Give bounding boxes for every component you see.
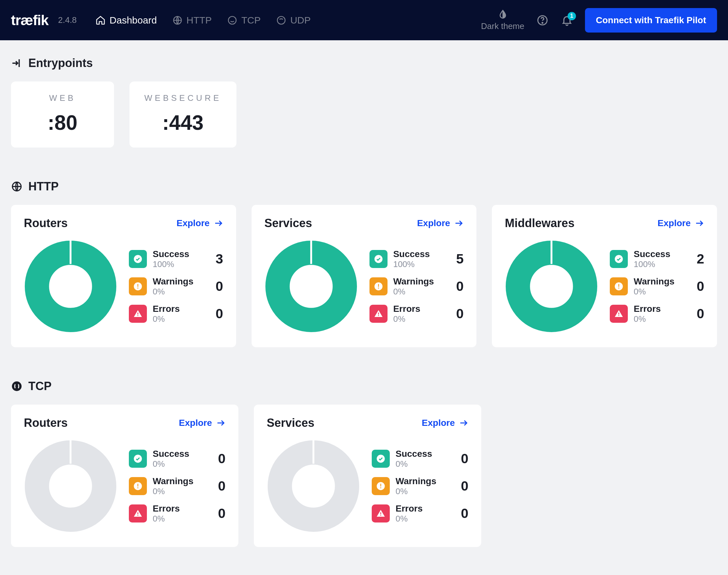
svg-rect-12 [138,312,139,314]
warning-icon [129,277,147,295]
tcp-title: TCP [28,379,51,393]
explore-label: Explore [422,418,455,428]
success-pct: 100% [153,259,205,269]
stat-card: Routers Explore Success 100% 3 [11,205,236,347]
droplet-icon [497,9,508,20]
notifications-button[interactable]: 1 [560,14,574,27]
http-cards-row: Routers Explore Success 100% 3 [11,205,717,347]
warnings-label: Warnings [395,476,450,486]
card-title: Services [267,416,314,430]
warnings-label: Warnings [153,476,207,486]
entrypoint-port: :443 [144,111,221,135]
entrypoints-icon [11,57,23,69]
errors-count: 0 [213,506,226,521]
errors-pct: 0% [395,514,450,524]
svg-rect-38 [138,515,139,516]
warnings-count: 0 [210,279,223,294]
nav-udp[interactable]: UDP [276,15,311,26]
success-count: 0 [213,451,226,467]
nav-http[interactable]: HTTP [172,15,212,26]
success-label: Success [393,249,445,259]
errors-pct: 0% [153,314,205,324]
error-icon [370,305,387,323]
errors-pct: 0% [153,514,207,524]
notifications-badge: 1 [567,12,576,20]
warnings-pct: 0% [393,287,445,297]
explore-link[interactable]: Explore [657,218,704,228]
nav-tcp[interactable]: TCP [227,15,261,26]
arrow-right-icon [694,218,704,228]
theme-label: Dark theme [481,21,524,31]
nav-dashboard-label: Dashboard [109,15,157,26]
stat-card: Services Explore Success 0% 0 [254,405,481,547]
entrypoint-port: :80 [26,111,99,135]
svg-rect-29 [619,315,619,316]
arrow-right-icon [214,218,223,228]
entrypoints-row: WEB :80 WEBSECURE :443 [11,81,717,147]
success-label: Success [153,249,205,259]
explore-link[interactable]: Explore [422,418,469,428]
explore-link[interactable]: Explore [417,218,464,228]
arrow-right-icon [459,418,469,428]
warning-icon [372,477,390,495]
help-icon [536,14,549,26]
nav-http-label: HTTP [186,15,212,26]
errors-pct: 0% [393,314,445,324]
globe-icon [172,15,183,26]
success-icon [610,250,628,268]
nav-udp-label: UDP [290,15,311,26]
tcp-header: TCP [11,379,717,393]
success-icon [129,450,147,468]
tcp-icon [11,380,23,392]
svg-rect-11 [138,288,139,289]
svg-rect-46 [380,515,381,516]
success-pct: 0% [395,459,450,469]
success-icon [372,450,390,468]
explore-label: Explore [657,218,691,228]
error-icon [129,305,147,323]
udp-icon [276,15,286,26]
svg-rect-36 [138,487,139,488]
explore-label: Explore [179,418,212,428]
errors-count: 0 [455,506,469,521]
success-label: Success [395,449,450,459]
warning-icon [610,277,628,295]
tcp-cards-row: Routers Explore Success 0% 0 [11,405,717,547]
entrypoint-name: WEBSECURE [144,93,221,103]
explore-link[interactable]: Explore [179,418,226,428]
svg-rect-27 [619,288,619,289]
logo: træfik [11,12,48,28]
error-icon [372,504,390,522]
errors-label: Errors [153,504,207,514]
svg-point-4 [542,22,543,23]
help-button[interactable] [536,14,549,27]
errors-label: Errors [395,504,450,514]
svg-rect-20 [378,312,379,314]
card-title: Routers [24,216,68,230]
success-label: Success [634,249,686,259]
success-icon [129,250,147,268]
arrow-right-icon [454,218,463,228]
warnings-pct: 0% [153,486,207,497]
explore-link[interactable]: Explore [176,218,223,228]
arrow-right-icon [216,418,226,428]
stat-card: Middlewares Explore Success 100% 2 [492,205,717,347]
svg-rect-44 [380,487,381,488]
success-icon [370,250,387,268]
nav-dashboard[interactable]: Dashboard [95,15,157,26]
errors-label: Errors [153,304,205,314]
entrypoint-name: WEB [26,93,99,103]
success-label: Success [153,449,207,459]
success-count: 5 [451,251,463,267]
errors-count: 0 [451,306,463,322]
explore-label: Explore [176,218,210,228]
errors-label: Errors [634,304,686,314]
theme-toggle[interactable]: Dark theme [481,9,524,31]
http-header: HTTP [11,180,717,193]
card-title: Middlewares [505,216,574,230]
card-title: Services [265,216,312,230]
connect-pilot-button[interactable]: Connect with Traefik Pilot [585,8,717,33]
success-pct: 100% [393,259,445,269]
home-icon [95,15,106,26]
errors-pct: 0% [634,314,686,324]
